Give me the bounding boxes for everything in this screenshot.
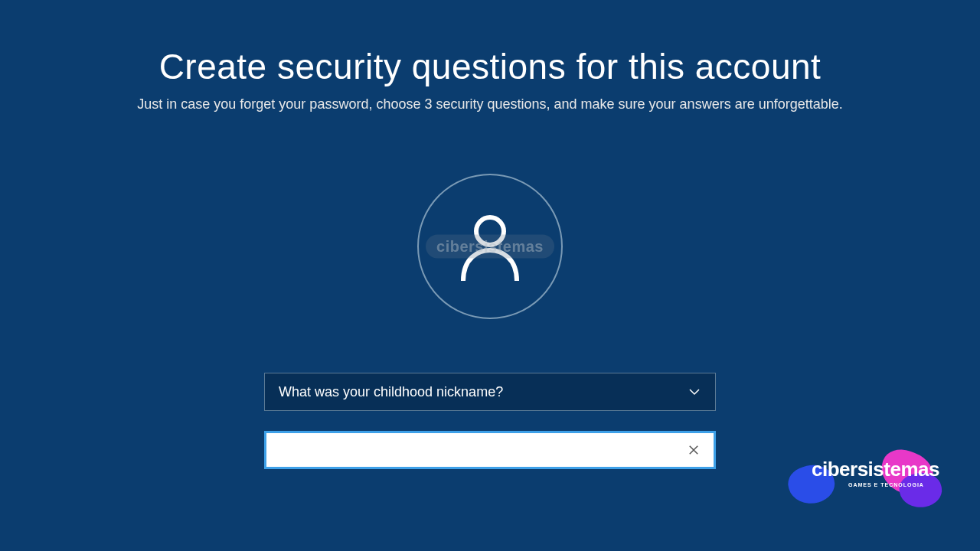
brand-watermark-subtext: GAMES E TECNOLOGIA (848, 482, 924, 487)
page-subtitle: Just in case you forget your password, c… (0, 96, 980, 112)
chevron-down-icon (688, 385, 701, 399)
brand-watermark-logo: cibersistemas GAMES E TECNOLOGIA (789, 452, 949, 505)
watermark-center: cibersistemas (426, 235, 554, 259)
security-question-form: What was your childhood nickname? (264, 373, 716, 469)
security-question-selected-label: What was your childhood nickname? (279, 384, 503, 400)
user-avatar-placeholder: cibersistemas (417, 174, 563, 319)
brand-watermark-text: cibersistemas (812, 458, 939, 481)
security-question-select[interactable]: What was your childhood nickname? (264, 373, 716, 411)
page-title: Create security questions for this accou… (0, 46, 980, 87)
clear-input-button[interactable] (683, 439, 704, 461)
security-answer-field-wrap (264, 431, 716, 469)
close-icon (687, 443, 701, 457)
security-answer-input[interactable] (279, 442, 683, 458)
